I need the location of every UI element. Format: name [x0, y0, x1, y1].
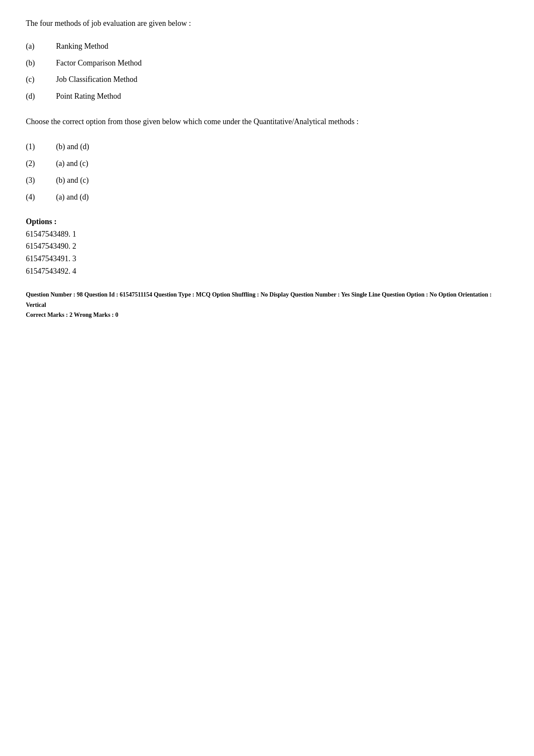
choice-text-3: (a) and (d) — [56, 191, 508, 203]
meta-line1: Question Number : 98 Question Id : 61547… — [26, 290, 508, 310]
choices-list: (1)(b) and (d)(2)(a) and (c)(3)(b) and (… — [26, 141, 508, 203]
methods-list: (a)Ranking Method(b)Factor Comparison Me… — [26, 40, 508, 103]
method-label-3: (d) — [26, 90, 56, 103]
method-item-2: (c)Job Classification Method — [26, 73, 508, 86]
method-label-0: (a) — [26, 40, 56, 53]
option-code-0: 61547543489. 1 — [26, 228, 508, 241]
choice-label-3: (4) — [26, 191, 56, 203]
question-text: Choose the correct option from those giv… — [26, 115, 508, 128]
correct-marks: Correct Marks : 2 Wrong Marks : 0 — [26, 310, 508, 320]
method-text-0: Ranking Method — [56, 40, 508, 53]
options-header: Options : — [26, 217, 508, 226]
choice-label-2: (3) — [26, 174, 56, 187]
choice-item-3: (4)(a) and (d) — [26, 191, 508, 203]
choice-item-1: (2)(a) and (c) — [26, 157, 508, 170]
choice-label-1: (2) — [26, 157, 56, 170]
choice-item-0: (1)(b) and (d) — [26, 141, 508, 153]
choice-item-2: (3)(b) and (c) — [26, 174, 508, 187]
option-code-1: 61547543490. 2 — [26, 240, 508, 253]
method-label-1: (b) — [26, 57, 56, 69]
method-item-1: (b)Factor Comparison Method — [26, 57, 508, 69]
method-text-1: Factor Comparison Method — [56, 57, 508, 69]
method-label-2: (c) — [26, 73, 56, 86]
choice-text-0: (b) and (d) — [56, 141, 508, 153]
question-block: Choose the correct option from those giv… — [26, 115, 508, 128]
method-text-2: Job Classification Method — [56, 73, 508, 86]
choice-text-1: (a) and (c) — [56, 157, 508, 170]
option-code-2: 61547543491. 3 — [26, 253, 508, 265]
method-item-0: (a)Ranking Method — [26, 40, 508, 53]
choice-text-2: (b) and (c) — [56, 174, 508, 187]
choice-label-0: (1) — [26, 141, 56, 153]
options-data: Options : 61547543489. 161547543490. 261… — [26, 217, 508, 278]
intro-text: The four methods of job evaluation are g… — [26, 17, 508, 30]
question-meta: Question Number : 98 Question Id : 61547… — [26, 290, 508, 310]
option-code-3: 61547543492. 4 — [26, 265, 508, 278]
method-item-3: (d)Point Rating Method — [26, 90, 508, 103]
method-text-3: Point Rating Method — [56, 90, 508, 103]
